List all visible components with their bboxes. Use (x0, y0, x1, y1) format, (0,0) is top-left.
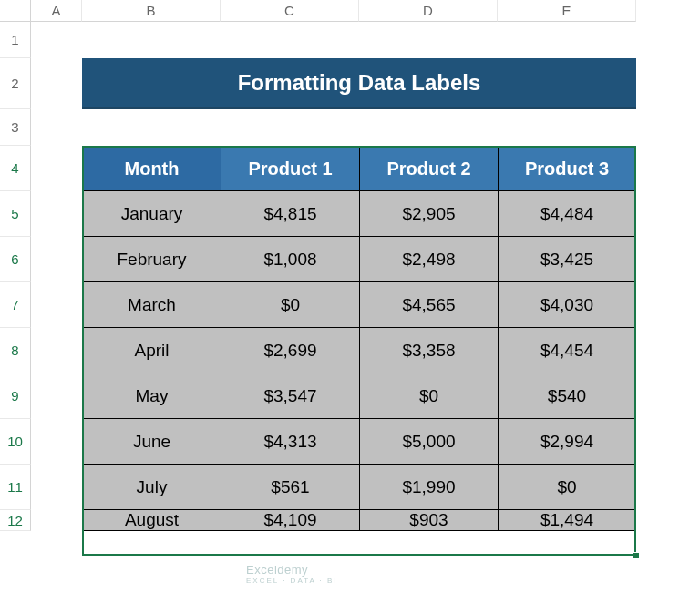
td-val[interactable]: $540 (498, 373, 636, 419)
td-month[interactable]: June (82, 419, 221, 465)
cell-A5[interactable] (31, 191, 82, 237)
td-val[interactable]: $561 (221, 465, 359, 510)
td-month[interactable]: August (82, 510, 221, 531)
cell-A3[interactable] (31, 109, 82, 146)
watermark: Exceldemy EXCEL · DATA · BI (246, 563, 338, 585)
td-val[interactable]: $2,905 (359, 191, 498, 237)
td-val[interactable]: $4,565 (359, 282, 498, 328)
td-month[interactable]: February (82, 237, 221, 282)
watermark-sub: EXCEL · DATA · BI (246, 577, 338, 585)
td-val[interactable]: $903 (359, 510, 498, 531)
row-header-1[interactable]: 1 (0, 22, 31, 58)
row-header-9[interactable]: 9 (0, 373, 31, 419)
td-val[interactable]: $2,498 (359, 237, 498, 282)
cell-A2[interactable] (31, 58, 82, 109)
title-banner: Formatting Data Labels (82, 58, 636, 109)
cell-A8[interactable] (31, 328, 82, 373)
row-header-5[interactable]: 5 (0, 191, 31, 237)
th-month[interactable]: Month (82, 146, 221, 191)
td-val[interactable]: $4,815 (221, 191, 359, 237)
col-header-C[interactable]: C (221, 0, 359, 22)
cell-row1-blank[interactable] (82, 22, 636, 58)
td-month[interactable]: April (82, 328, 221, 373)
td-val[interactable]: $4,030 (498, 282, 636, 328)
spreadsheet-grid: A B C D E 1 2 3 4 5 6 7 8 9 10 11 12 For… (0, 0, 700, 531)
td-val[interactable]: $5,000 (359, 419, 498, 465)
td-val[interactable]: $3,425 (498, 237, 636, 282)
select-all-corner[interactable] (0, 0, 31, 22)
td-month[interactable]: July (82, 465, 221, 510)
td-val[interactable]: $0 (359, 373, 498, 419)
td-val[interactable]: $2,994 (498, 419, 636, 465)
td-month[interactable]: March (82, 282, 221, 328)
cell-A4[interactable] (31, 146, 82, 191)
cell-A10[interactable] (31, 419, 82, 465)
row-header-8[interactable]: 8 (0, 328, 31, 373)
col-header-B[interactable]: B (82, 0, 221, 22)
td-val[interactable]: $4,109 (221, 510, 359, 531)
cell-A6[interactable] (31, 237, 82, 282)
th-product3[interactable]: Product 3 (498, 146, 636, 191)
row-header-6[interactable]: 6 (0, 237, 31, 282)
td-val[interactable]: $4,313 (221, 419, 359, 465)
td-val[interactable]: $2,699 (221, 328, 359, 373)
watermark-main: Exceldemy (246, 563, 308, 577)
td-val[interactable]: $1,990 (359, 465, 498, 510)
row-header-12[interactable]: 12 (0, 510, 31, 531)
fill-handle[interactable] (633, 552, 640, 559)
td-val[interactable]: $1,008 (221, 237, 359, 282)
td-val[interactable]: $4,454 (498, 328, 636, 373)
td-val[interactable]: $3,547 (221, 373, 359, 419)
td-val[interactable]: $3,358 (359, 328, 498, 373)
cell-A1[interactable] (31, 22, 82, 58)
td-month[interactable]: May (82, 373, 221, 419)
th-product1[interactable]: Product 1 (221, 146, 359, 191)
col-header-D[interactable]: D (359, 0, 498, 22)
col-header-A[interactable]: A (31, 0, 82, 22)
cell-A9[interactable] (31, 373, 82, 419)
row-header-7[interactable]: 7 (0, 282, 31, 328)
row-header-4[interactable]: 4 (0, 146, 31, 191)
th-product2[interactable]: Product 2 (359, 146, 498, 191)
td-val[interactable]: $0 (498, 465, 636, 510)
row-header-3[interactable]: 3 (0, 109, 31, 146)
row-header-2[interactable]: 2 (0, 58, 31, 109)
td-val[interactable]: $1,494 (498, 510, 636, 531)
cell-A7[interactable] (31, 282, 82, 328)
col-header-E[interactable]: E (498, 0, 636, 22)
row-header-10[interactable]: 10 (0, 419, 31, 465)
cell-row3-blank[interactable] (82, 109, 636, 146)
td-val[interactable]: $4,484 (498, 191, 636, 237)
td-month[interactable]: January (82, 191, 221, 237)
cell-A11[interactable] (31, 465, 82, 510)
td-val[interactable]: $0 (221, 282, 359, 328)
row-header-11[interactable]: 11 (0, 465, 31, 510)
